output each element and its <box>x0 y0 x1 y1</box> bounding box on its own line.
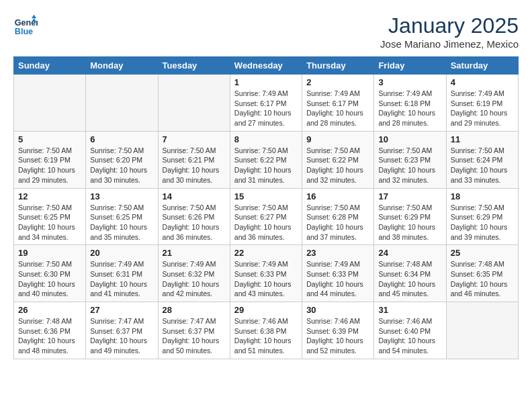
day-number: 8 <box>234 134 298 144</box>
day-info: Sunrise: 7:49 AM Sunset: 6:31 PM Dayligh… <box>90 259 153 299</box>
day-cell: 14Sunrise: 7:50 AM Sunset: 6:26 PM Dayli… <box>158 188 230 245</box>
day-info: Sunrise: 7:50 AM Sunset: 6:25 PM Dayligh… <box>90 203 153 242</box>
day-cell <box>14 75 86 132</box>
day-cell: 25Sunrise: 7:48 AM Sunset: 6:35 PM Dayli… <box>446 245 518 302</box>
day-cell: 12Sunrise: 7:50 AM Sunset: 6:25 PM Dayli… <box>14 188 86 245</box>
day-cell: 22Sunrise: 7:49 AM Sunset: 6:33 PM Dayli… <box>230 245 302 302</box>
day-cell: 9Sunrise: 7:50 AM Sunset: 6:22 PM Daylig… <box>302 131 374 188</box>
day-cell: 18Sunrise: 7:50 AM Sunset: 6:29 PM Dayli… <box>446 188 518 245</box>
page-header: General Blue January 2025 Jose Mariano J… <box>13 13 519 50</box>
day-info: Sunrise: 7:49 AM Sunset: 6:33 PM Dayligh… <box>234 259 298 299</box>
day-number: 3 <box>378 77 441 87</box>
svg-marker-2 <box>32 15 36 18</box>
day-info: Sunrise: 7:50 AM Sunset: 6:27 PM Dayligh… <box>234 203 298 242</box>
day-number: 23 <box>306 248 369 258</box>
day-info: Sunrise: 7:50 AM Sunset: 6:23 PM Dayligh… <box>378 146 441 185</box>
day-number: 12 <box>18 191 81 201</box>
col-header-thursday: Thursday <box>302 57 374 75</box>
week-row-3: 12Sunrise: 7:50 AM Sunset: 6:25 PM Dayli… <box>14 188 519 245</box>
day-number: 5 <box>18 134 81 144</box>
day-info: Sunrise: 7:50 AM Sunset: 6:28 PM Dayligh… <box>306 203 369 242</box>
day-number: 4 <box>451 77 514 87</box>
day-number: 29 <box>234 305 298 315</box>
day-number: 20 <box>90 248 153 258</box>
day-info: Sunrise: 7:49 AM Sunset: 6:17 PM Dayligh… <box>234 89 298 128</box>
day-number: 27 <box>90 305 153 315</box>
day-cell: 4Sunrise: 7:49 AM Sunset: 6:19 PM Daylig… <box>446 75 518 132</box>
week-row-5: 26Sunrise: 7:48 AM Sunset: 6:36 PM Dayli… <box>14 302 519 359</box>
day-info: Sunrise: 7:49 AM Sunset: 6:33 PM Dayligh… <box>306 259 369 299</box>
day-info: Sunrise: 7:49 AM Sunset: 6:19 PM Dayligh… <box>451 89 514 128</box>
col-header-sunday: Sunday <box>14 57 86 75</box>
day-cell: 7Sunrise: 7:50 AM Sunset: 6:21 PM Daylig… <box>158 131 230 188</box>
day-number: 6 <box>90 134 153 144</box>
day-number: 18 <box>451 191 514 201</box>
day-info: Sunrise: 7:47 AM Sunset: 6:37 PM Dayligh… <box>163 316 226 356</box>
day-cell: 27Sunrise: 7:47 AM Sunset: 6:37 PM Dayli… <box>86 302 158 359</box>
day-cell: 6Sunrise: 7:50 AM Sunset: 6:20 PM Daylig… <box>86 131 158 188</box>
day-cell: 11Sunrise: 7:50 AM Sunset: 6:24 PM Dayli… <box>446 131 518 188</box>
day-info: Sunrise: 7:49 AM Sunset: 6:32 PM Dayligh… <box>163 259 226 299</box>
day-number: 28 <box>163 305 226 315</box>
day-cell: 10Sunrise: 7:50 AM Sunset: 6:23 PM Dayli… <box>374 131 446 188</box>
day-number: 26 <box>18 305 81 315</box>
day-cell: 23Sunrise: 7:49 AM Sunset: 6:33 PM Dayli… <box>302 245 374 302</box>
day-info: Sunrise: 7:48 AM Sunset: 6:35 PM Dayligh… <box>451 259 514 299</box>
title-block: January 2025 Jose Mariano Jimenez, Mexic… <box>380 13 519 50</box>
day-cell: 5Sunrise: 7:50 AM Sunset: 6:19 PM Daylig… <box>14 131 86 188</box>
day-cell: 26Sunrise: 7:48 AM Sunset: 6:36 PM Dayli… <box>14 302 86 359</box>
day-cell: 28Sunrise: 7:47 AM Sunset: 6:37 PM Dayli… <box>158 302 230 359</box>
day-info: Sunrise: 7:50 AM Sunset: 6:26 PM Dayligh… <box>163 203 226 242</box>
day-info: Sunrise: 7:50 AM Sunset: 6:30 PM Dayligh… <box>18 259 81 299</box>
day-number: 9 <box>306 134 369 144</box>
day-cell: 19Sunrise: 7:50 AM Sunset: 6:30 PM Dayli… <box>14 245 86 302</box>
day-info: Sunrise: 7:48 AM Sunset: 6:34 PM Dayligh… <box>378 259 441 299</box>
day-info: Sunrise: 7:46 AM Sunset: 6:40 PM Dayligh… <box>378 316 441 356</box>
day-number: 22 <box>234 248 298 258</box>
day-cell: 20Sunrise: 7:49 AM Sunset: 6:31 PM Dayli… <box>86 245 158 302</box>
day-cell: 30Sunrise: 7:46 AM Sunset: 6:39 PM Dayli… <box>302 302 374 359</box>
day-info: Sunrise: 7:46 AM Sunset: 6:38 PM Dayligh… <box>234 316 298 356</box>
week-row-2: 5Sunrise: 7:50 AM Sunset: 6:19 PM Daylig… <box>14 131 519 188</box>
day-cell <box>86 75 158 132</box>
day-info: Sunrise: 7:49 AM Sunset: 6:17 PM Dayligh… <box>306 89 369 128</box>
day-info: Sunrise: 7:50 AM Sunset: 6:21 PM Dayligh… <box>163 146 226 185</box>
day-cell: 21Sunrise: 7:49 AM Sunset: 6:32 PM Dayli… <box>158 245 230 302</box>
week-row-1: 1Sunrise: 7:49 AM Sunset: 6:17 PM Daylig… <box>14 75 519 132</box>
week-row-4: 19Sunrise: 7:50 AM Sunset: 6:30 PM Dayli… <box>14 245 519 302</box>
day-cell: 16Sunrise: 7:50 AM Sunset: 6:28 PM Dayli… <box>302 188 374 245</box>
day-cell: 1Sunrise: 7:49 AM Sunset: 6:17 PM Daylig… <box>230 75 302 132</box>
month-title: January 2025 <box>380 13 519 38</box>
svg-text:Blue: Blue <box>15 27 33 36</box>
day-info: Sunrise: 7:50 AM Sunset: 6:29 PM Dayligh… <box>451 203 514 242</box>
day-number: 21 <box>163 248 226 258</box>
day-info: Sunrise: 7:50 AM Sunset: 6:22 PM Dayligh… <box>306 146 369 185</box>
calendar-table: SundayMondayTuesdayWednesdayThursdayFrid… <box>13 56 519 359</box>
logo: General Blue <box>13 13 38 38</box>
day-number: 24 <box>378 248 441 258</box>
day-info: Sunrise: 7:50 AM Sunset: 6:19 PM Dayligh… <box>18 146 81 185</box>
day-cell: 17Sunrise: 7:50 AM Sunset: 6:29 PM Dayli… <box>374 188 446 245</box>
day-number: 13 <box>90 191 153 201</box>
location-subtitle: Jose Mariano Jimenez, Mexico <box>380 38 519 50</box>
day-number: 14 <box>163 191 226 201</box>
header-row: SundayMondayTuesdayWednesdayThursdayFrid… <box>14 57 519 75</box>
day-cell: 8Sunrise: 7:50 AM Sunset: 6:22 PM Daylig… <box>230 131 302 188</box>
day-info: Sunrise: 7:49 AM Sunset: 6:18 PM Dayligh… <box>378 89 441 128</box>
col-header-tuesday: Tuesday <box>158 57 230 75</box>
day-cell: 29Sunrise: 7:46 AM Sunset: 6:38 PM Dayli… <box>230 302 302 359</box>
day-number: 17 <box>378 191 441 201</box>
day-cell: 31Sunrise: 7:46 AM Sunset: 6:40 PM Dayli… <box>374 302 446 359</box>
day-info: Sunrise: 7:50 AM Sunset: 6:29 PM Dayligh… <box>378 203 441 242</box>
day-info: Sunrise: 7:50 AM Sunset: 6:20 PM Dayligh… <box>90 146 153 185</box>
day-info: Sunrise: 7:48 AM Sunset: 6:36 PM Dayligh… <box>18 316 81 356</box>
day-cell: 24Sunrise: 7:48 AM Sunset: 6:34 PM Dayli… <box>374 245 446 302</box>
day-number: 2 <box>306 77 369 87</box>
day-number: 30 <box>306 305 369 315</box>
day-number: 15 <box>234 191 298 201</box>
day-cell <box>446 302 518 359</box>
col-header-saturday: Saturday <box>446 57 518 75</box>
day-number: 10 <box>378 134 441 144</box>
day-number: 19 <box>18 248 81 258</box>
day-number: 31 <box>378 305 441 315</box>
